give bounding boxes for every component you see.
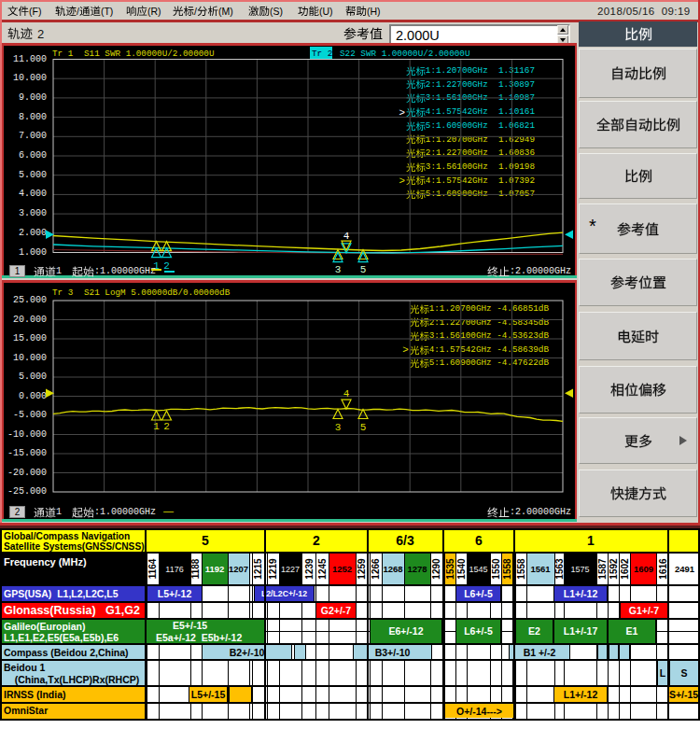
svg-text:4: 4 (343, 388, 350, 400)
svg-text:2: 2 (163, 260, 170, 272)
svg-text:5: 5 (360, 264, 367, 275)
svg-text:1: 1 (153, 421, 160, 432)
svg-text:4: 4 (343, 231, 350, 242)
svg-text:3: 3 (335, 264, 342, 275)
svg-text:2: 2 (163, 421, 170, 432)
svg-text:5: 5 (360, 422, 367, 433)
svg-text:3: 3 (335, 422, 342, 433)
